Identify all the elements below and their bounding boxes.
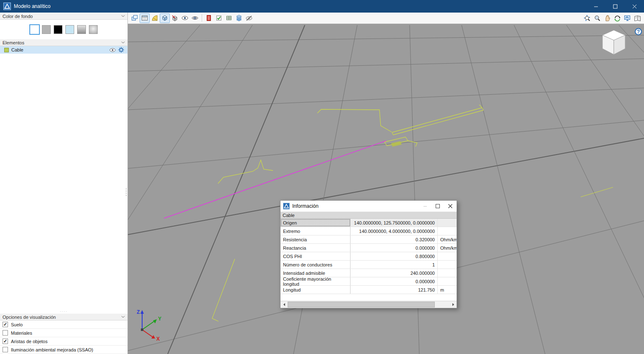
scroll-right-arrow[interactable]: [449, 301, 457, 308]
orbit-icon[interactable]: [190, 13, 200, 23]
property-unit: [437, 277, 457, 285]
protractor-icon[interactable]: [150, 13, 160, 23]
dialog-close-button[interactable]: [444, 201, 457, 212]
property-unit: m: [437, 286, 457, 294]
option-row-materiales[interactable]: Materiales: [0, 329, 127, 337]
report-icon[interactable]: [204, 13, 214, 23]
info-dialog-titlebar[interactable]: Información: [280, 201, 457, 212]
table-row: Coeficiente mayoración longitud 0.000000: [280, 277, 457, 286]
fit-screen-icon[interactable]: [622, 13, 632, 23]
views-book-icon[interactable]: [632, 13, 642, 23]
zoom-window-icon[interactable]: [592, 13, 602, 23]
maximize-button[interactable]: [605, 0, 625, 13]
swatch-gradient-vertical[interactable]: [77, 25, 86, 34]
option-row-ssao[interactable]: Iluminación ambiental mejorada (SSAO): [0, 346, 127, 354]
view-cube[interactable]: [601, 29, 627, 56]
background-color-panel-header[interactable]: Color de fondo: [0, 13, 127, 20]
settings-gear-icon[interactable]: [118, 47, 124, 53]
property-value[interactable]: 140.0000000, 4.0000000, 0.0000000: [351, 229, 437, 234]
property-label[interactable]: Coeficiente mayoración longitud: [280, 277, 351, 285]
property-unit: Ohm/km: [437, 244, 457, 252]
property-value[interactable]: 240.000000: [351, 271, 437, 276]
table-row: COS PHI 0.800000: [280, 252, 457, 261]
info-dialog-title: Información: [292, 203, 419, 209]
elements-panel-title: Elementos: [3, 40, 121, 45]
viewport-toolbar: [128, 13, 644, 24]
option-label-materiales: Materiales: [11, 331, 32, 336]
table-row: Origen 140.0000000, 125.7500000, 0.00000…: [280, 219, 457, 227]
property-unit: [437, 269, 457, 277]
checkbox-suelo[interactable]: ✓: [3, 322, 8, 327]
property-unit: [437, 227, 457, 235]
sidebar-resize-handle[interactable]: [126, 189, 127, 196]
property-value[interactable]: 0.800000: [351, 254, 437, 259]
horizontal-scrollbar[interactable]: [280, 301, 457, 308]
zoom-extents-icon[interactable]: [582, 13, 592, 23]
property-label[interactable]: Resistencia: [280, 235, 351, 243]
axis-y-label: Y: [158, 316, 161, 322]
close-button[interactable]: [625, 0, 644, 13]
table-icon[interactable]: [224, 13, 234, 23]
property-label[interactable]: COS PHI: [280, 252, 351, 260]
panel-splitter-handle[interactable]: ····: [0, 309, 127, 313]
elements-panel-header[interactable]: Elementos: [0, 39, 127, 46]
property-unit: [437, 252, 457, 260]
property-label[interactable]: Número de conductores: [280, 261, 351, 269]
clip-plane-icon[interactable]: [170, 13, 180, 23]
checkbox-materiales[interactable]: [3, 330, 8, 336]
axis-z-label: Z: [137, 309, 140, 315]
titlebar[interactable]: Modelo analítico: [0, 0, 644, 13]
visibility-eye-icon[interactable]: [109, 48, 116, 52]
background-swatches: [0, 20, 127, 39]
swatch-gradient-radial[interactable]: [89, 25, 98, 34]
property-value[interactable]: 121.750: [351, 287, 437, 292]
swatch-gray[interactable]: [42, 25, 51, 34]
analytic-layers-icon[interactable]: [130, 13, 140, 23]
swatch-white[interactable]: [30, 25, 39, 34]
swatch-light-blue[interactable]: [65, 25, 74, 34]
property-label[interactable]: Reactancia: [280, 244, 351, 252]
pan-hand-icon[interactable]: [602, 13, 612, 23]
dialog-maximize-button[interactable]: [431, 201, 444, 212]
property-value[interactable]: 0.320000: [351, 237, 437, 242]
option-label-suelo: Suelo: [11, 322, 23, 327]
cable-color-swatch: [4, 48, 9, 52]
property-value[interactable]: 1: [351, 262, 437, 267]
layers-stack-icon[interactable]: [234, 13, 244, 23]
orbit-3d-icon[interactable]: [612, 13, 622, 23]
scrollbar-thumb[interactable]: [288, 302, 435, 307]
checkbox-aristas[interactable]: ✓: [3, 338, 8, 344]
display-options-panel-header[interactable]: Opciones de visualización: [0, 313, 127, 320]
section-box-icon[interactable]: [160, 13, 170, 23]
dialog-property-table: Origen 140.0000000, 125.7500000, 0.00000…: [280, 219, 457, 301]
axis-triad: Z Y X: [135, 307, 165, 342]
option-row-aristas[interactable]: ✓ Aristas de objetos: [0, 337, 127, 346]
option-row-suelo[interactable]: ✓ Suelo: [0, 320, 127, 329]
table-row: Resistencia 0.320000 Ohm/km: [280, 235, 457, 244]
help-button[interactable]: ?: [635, 28, 642, 35]
check-window-icon[interactable]: [214, 13, 224, 23]
property-label[interactable]: Intensidad admisible: [280, 269, 351, 277]
visibility-icon[interactable]: [180, 13, 190, 23]
property-unit: [437, 219, 457, 227]
minimize-button[interactable]: [586, 0, 605, 13]
viewport-3d[interactable]: Z Y X ?: [128, 24, 644, 354]
property-value[interactable]: 0.000000: [351, 279, 437, 284]
toolbar-separator: [202, 14, 202, 22]
sidebar-empty-area: [0, 54, 127, 309]
scroll-left-arrow[interactable]: [280, 301, 288, 308]
property-label[interactable]: Longitud: [280, 286, 351, 294]
app-window: Modelo analítico Color de fondo: [0, 0, 644, 354]
swatch-black[interactable]: [54, 25, 62, 34]
info-panel-icon[interactable]: [140, 13, 150, 23]
left-sidebar: Color de fondo Elementos Cable: [0, 13, 128, 354]
checkbox-ssao[interactable]: [3, 347, 8, 352]
property-label[interactable]: Origen: [280, 219, 351, 227]
property-value[interactable]: 0.000000: [351, 245, 437, 251]
info-dialog[interactable]: Información Cable: [280, 200, 457, 308]
property-label[interactable]: Extremo: [280, 227, 351, 235]
app-logo-icon: [3, 3, 11, 10]
element-row-cable[interactable]: Cable: [0, 46, 127, 54]
property-value[interactable]: 140.0000000, 125.7500000, 0.0000000: [351, 220, 437, 225]
hide-elements-icon[interactable]: [244, 13, 254, 23]
